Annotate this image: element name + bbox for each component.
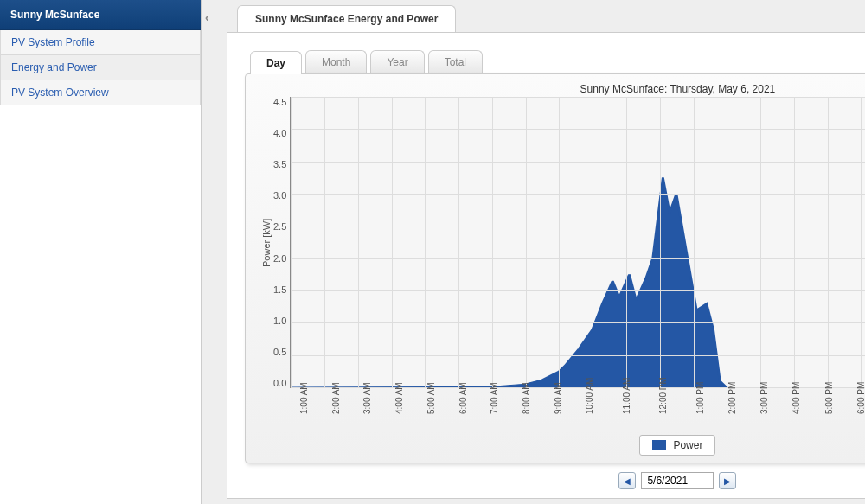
tab-day[interactable]: Day: [250, 51, 302, 74]
x-tick: 6:00 PM: [856, 382, 865, 414]
tab-month[interactable]: Month: [305, 50, 367, 73]
y-axis-label: Power [kW]: [260, 97, 273, 388]
sidebar-item-pv-system-profile[interactable]: PV System Profile: [0, 30, 201, 55]
tab-year[interactable]: Year: [370, 50, 424, 73]
sidebar-item-energy-and-power[interactable]: Energy and Power: [0, 55, 201, 80]
y-tick: 3.0: [273, 190, 286, 201]
y-tick: 4.0: [273, 128, 286, 138]
sidebar-link[interactable]: Energy and Power: [11, 61, 97, 73]
next-day-button[interactable]: ▶: [719, 472, 736, 489]
legend-box: Power: [639, 435, 715, 456]
plot-area: [290, 97, 865, 388]
sidebar-item-pv-system-overview[interactable]: PV System Overview: [0, 80, 201, 105]
legend-label-power: Power: [673, 439, 702, 451]
main-area: Sunny McSunface Energy and Power DayMont…: [221, 0, 865, 504]
y-axis-ticks: 4.54.03.53.02.52.01.51.00.50.0: [273, 97, 290, 388]
sidebar-link[interactable]: PV System Profile: [11, 36, 95, 48]
date-input[interactable]: [641, 472, 714, 489]
y-tick: 0.5: [273, 347, 286, 357]
prev-day-button[interactable]: ◀: [618, 472, 636, 489]
sidebar-collapse-bar[interactable]: ‹: [201, 0, 221, 504]
legend-swatch-power: [652, 440, 666, 450]
tab-total[interactable]: Total: [428, 50, 483, 73]
date-nav-row: ◀ ▶ ↻: [245, 472, 865, 489]
y-tick: 2.0: [273, 253, 286, 264]
content-panel: DayMonthYearTotal Sunny McSunface: Thurs…: [227, 32, 865, 499]
top-tab-row: Sunny McSunface Energy and Power: [221, 5, 865, 32]
page-tab-energy-power[interactable]: Sunny McSunface Energy and Power: [237, 5, 456, 32]
app-root: Sunny McSunface PV System ProfileEnergy …: [0, 0, 865, 504]
sidebar-header: Sunny McSunface: [0, 0, 201, 30]
chart-title: Sunny McSunface: Thursday, May 6, 2021: [260, 83, 865, 95]
y-tick: 1.0: [273, 316, 286, 326]
plot-row: Power [kW] 4.54.03.53.02.52.01.51.00.50.…: [260, 97, 865, 388]
y-tick: 1.5: [273, 284, 286, 295]
power-area-chart: [291, 97, 865, 387]
chevron-left-icon[interactable]: ‹: [205, 10, 209, 24]
y-tick: 0.0: [273, 378, 286, 388]
sidebar: Sunny McSunface PV System ProfileEnergy …: [0, 0, 201, 504]
y-tick: 3.5: [273, 159, 286, 169]
sidebar-link[interactable]: PV System Overview: [11, 86, 109, 99]
y-tick: 2.5: [273, 221, 286, 232]
chart-card: Sunny McSunface: Thursday, May 6, 2021 P…: [245, 73, 865, 463]
period-tabs: DayMonthYearTotal: [250, 50, 865, 73]
x-axis-ticks: 1:00 AM2:00 AM3:00 AM4:00 AM5:00 AM6:00 …: [299, 388, 865, 431]
y-tick: 4.5: [273, 97, 286, 107]
legend: Power: [260, 435, 865, 456]
